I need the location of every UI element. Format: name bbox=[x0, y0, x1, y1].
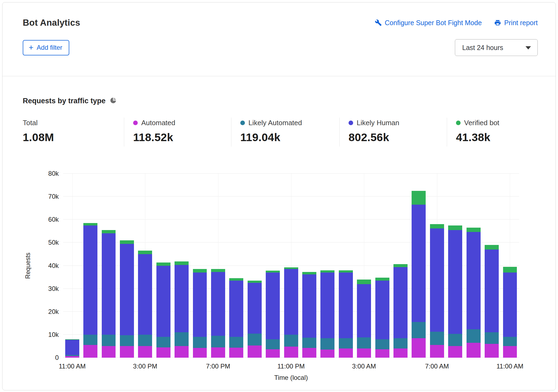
stacked-bar-4[interactable] bbox=[138, 174, 152, 358]
stat-likely-automated[interactable]: Likely Automated119.04k bbox=[231, 118, 339, 147]
segment-automated bbox=[485, 344, 499, 358]
stat-label: Likely Human bbox=[349, 119, 447, 127]
segment-automated bbox=[302, 348, 316, 358]
segment-automated bbox=[248, 346, 262, 358]
y-tick-label: 70k bbox=[48, 193, 59, 200]
segment-automated bbox=[102, 346, 116, 358]
stacked-bar-14[interactable] bbox=[320, 174, 334, 358]
segment-verified-bot bbox=[138, 251, 152, 254]
print-link-label: Print report bbox=[504, 19, 538, 27]
stacked-bar-13[interactable] bbox=[302, 174, 316, 358]
plus-icon: + bbox=[29, 45, 34, 51]
segment-likely-automated bbox=[120, 335, 134, 346]
stacked-bar-6[interactable] bbox=[175, 174, 189, 358]
bar-slot-19 bbox=[410, 174, 428, 358]
bar-slot-22 bbox=[464, 174, 482, 358]
stat-label-text: Likely Automated bbox=[248, 119, 302, 127]
y-tick-label: 20k bbox=[48, 308, 59, 315]
bar-slot-4 bbox=[136, 174, 154, 358]
x-tick-label: 11:00 AM bbox=[59, 363, 86, 370]
stacked-bar-11[interactable] bbox=[266, 174, 280, 358]
segment-verified-bot bbox=[320, 270, 334, 273]
stat-label: Automated bbox=[133, 119, 231, 127]
configure-super-bot-fight-mode-link[interactable]: Configure Super Bot Fight Mode bbox=[375, 19, 482, 27]
stacked-bar-8[interactable] bbox=[211, 174, 225, 358]
stacked-bar-18[interactable] bbox=[393, 174, 408, 358]
print-report-link[interactable]: Print report bbox=[494, 19, 538, 27]
stat-likely-human[interactable]: Likely Human802.56k bbox=[339, 118, 447, 147]
segment-verified-bot bbox=[503, 267, 517, 273]
x-tick-label: 3:00 PM bbox=[133, 363, 157, 370]
x-tick-label: 7:00 AM bbox=[425, 363, 449, 370]
segment-likely-automated bbox=[211, 336, 225, 347]
segment-likely-human bbox=[102, 233, 116, 335]
stacked-bar-7[interactable] bbox=[193, 174, 207, 358]
stat-label-text: Automated bbox=[141, 119, 175, 127]
stat-value: 118.52k bbox=[133, 131, 231, 144]
x-tick-label: 7:00 PM bbox=[206, 363, 230, 370]
stacked-bar-17[interactable] bbox=[375, 174, 389, 358]
segment-likely-human bbox=[138, 254, 152, 335]
requests-chart: Requests Time (local) 010k20k30k40k50k60… bbox=[63, 174, 519, 358]
segment-likely-human bbox=[266, 273, 280, 339]
segment-verified-bot bbox=[102, 230, 116, 234]
stat-label-text: Likely Human bbox=[357, 119, 399, 127]
segment-likely-automated bbox=[485, 332, 499, 344]
time-range-value: Last 24 hours bbox=[462, 44, 503, 52]
bar-slot-8 bbox=[209, 174, 227, 358]
segment-automated bbox=[393, 348, 408, 358]
stacked-bar-22[interactable] bbox=[467, 174, 481, 358]
segment-likely-human bbox=[339, 273, 353, 338]
bar-slot-21 bbox=[446, 174, 464, 358]
stacked-bar-21[interactable] bbox=[448, 174, 462, 358]
segment-automated bbox=[229, 348, 243, 358]
stacked-bar-12[interactable] bbox=[284, 174, 298, 358]
segment-automated bbox=[357, 348, 371, 358]
stat-total[interactable]: Total1.08M bbox=[23, 118, 124, 147]
segment-verified-bot bbox=[412, 191, 426, 205]
stacked-bar-2[interactable] bbox=[102, 174, 116, 358]
stat-verified-bot[interactable]: Verified bot41.38k bbox=[447, 118, 556, 147]
stacked-bar-1[interactable] bbox=[83, 174, 97, 358]
bar-slot-6 bbox=[172, 174, 191, 358]
segment-likely-human bbox=[302, 274, 316, 338]
segment-automated bbox=[83, 345, 97, 358]
stacked-bar-9[interactable] bbox=[229, 174, 243, 358]
stacked-bar-16[interactable] bbox=[357, 174, 371, 358]
time-range-dropdown[interactable]: Last 24 hours bbox=[455, 39, 538, 56]
bar-slot-11 bbox=[264, 174, 282, 358]
bar-slot-16 bbox=[355, 174, 373, 358]
stacked-bar-15[interactable] bbox=[339, 174, 353, 358]
segment-likely-human bbox=[503, 273, 517, 337]
y-tick-label: 40k bbox=[48, 262, 59, 270]
stacked-bar-3[interactable] bbox=[120, 174, 134, 358]
stacked-bar-24[interactable] bbox=[503, 174, 517, 358]
stacked-bar-0[interactable] bbox=[65, 174, 79, 358]
stat-automated[interactable]: Automated118.52k bbox=[124, 118, 231, 147]
stacked-bar-23[interactable] bbox=[485, 174, 499, 358]
segment-likely-automated bbox=[266, 339, 280, 349]
automated-legend-dot bbox=[133, 121, 138, 125]
add-filter-button[interactable]: + Add filter bbox=[23, 40, 69, 55]
stacked-bar-5[interactable] bbox=[156, 174, 170, 358]
stacked-bar-10[interactable] bbox=[248, 174, 262, 358]
segment-likely-automated bbox=[284, 335, 298, 347]
x-axis-title: Time (local) bbox=[274, 374, 308, 381]
stacked-bar-20[interactable] bbox=[430, 174, 444, 358]
segment-likely-automated bbox=[412, 322, 426, 338]
segment-likely-human bbox=[430, 228, 444, 331]
segment-likely-human bbox=[229, 281, 243, 337]
wrench-icon bbox=[375, 19, 382, 26]
likely-automated-legend-dot bbox=[240, 121, 245, 125]
segment-automated bbox=[266, 349, 280, 358]
segment-likely-automated bbox=[375, 339, 389, 349]
segment-likely-automated bbox=[229, 337, 243, 348]
segment-likely-automated bbox=[393, 338, 408, 348]
segment-likely-automated bbox=[320, 338, 334, 350]
segment-verified-bot bbox=[430, 224, 444, 228]
y-axis-title: Requests bbox=[24, 253, 32, 279]
segment-likely-human bbox=[156, 266, 170, 337]
stacked-bar-19[interactable] bbox=[412, 174, 426, 358]
segment-likely-human bbox=[485, 250, 499, 332]
segment-likely-automated bbox=[175, 332, 189, 346]
